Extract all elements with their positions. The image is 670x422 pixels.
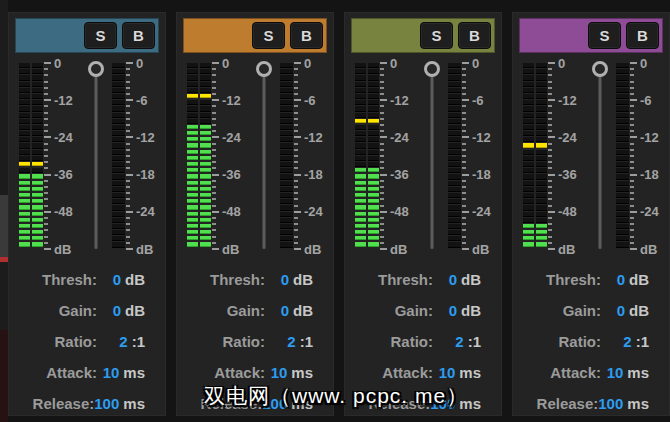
led-row <box>19 168 43 172</box>
led-unlit-cell <box>280 100 293 104</box>
minor-tick <box>630 180 634 182</box>
param-value[interactable]: 0 <box>281 302 289 319</box>
param-value[interactable]: 100 <box>598 395 623 412</box>
fader-knob[interactable] <box>256 61 272 77</box>
param-value[interactable]: 2 <box>119 333 127 350</box>
scale-label: -12 <box>136 130 155 145</box>
led-unlit-cell <box>280 131 293 135</box>
led-row <box>280 69 293 73</box>
param-value[interactable]: 10 <box>607 364 624 381</box>
led-unlit-cell <box>200 106 211 110</box>
minor-tick <box>44 81 48 83</box>
led-row <box>187 113 211 117</box>
led-unlit-cell <box>32 119 43 123</box>
led-unlit-cell <box>448 187 461 191</box>
led-lit-cell <box>368 174 379 178</box>
solo-button[interactable]: S <box>588 22 621 49</box>
minor-tick <box>548 242 552 244</box>
minor-tick <box>630 74 634 76</box>
reduction-meter-block: 0-6-12-18-24dB <box>448 63 497 251</box>
param-value[interactable]: 10 <box>439 364 456 381</box>
param-value[interactable]: 0 <box>281 271 289 288</box>
led-row <box>616 156 629 160</box>
led-unlit-cell <box>200 100 211 104</box>
param-value[interactable]: 0 <box>617 302 625 319</box>
param-value[interactable]: 0 <box>617 271 625 288</box>
fader-track[interactable] <box>262 75 265 249</box>
scale-label: dB <box>304 242 321 257</box>
minor-tick <box>380 217 384 219</box>
param-value[interactable]: 0 <box>113 271 121 288</box>
param-value[interactable]: 0 <box>113 302 121 319</box>
led-row <box>523 236 547 240</box>
reduction-meter-scale: 0-6-12-18-24dB <box>302 63 329 249</box>
bypass-button[interactable]: B <box>290 22 323 49</box>
minor-tick <box>212 68 216 70</box>
solo-button[interactable]: S <box>420 22 453 49</box>
led-row <box>355 113 379 117</box>
led-unlit-cell <box>280 75 293 79</box>
fader-knob[interactable] <box>592 61 608 77</box>
param-unit: dB <box>293 271 313 288</box>
bypass-button[interactable]: B <box>458 22 491 49</box>
led-lit-cell <box>200 137 211 141</box>
param-value[interactable]: 0 <box>449 271 457 288</box>
fader-knob[interactable] <box>424 61 440 77</box>
param-label: Gain: <box>513 302 601 319</box>
led-unlit-cell <box>355 162 366 166</box>
minor-tick <box>44 118 48 120</box>
minor-tick <box>294 130 298 132</box>
led-row <box>355 174 379 178</box>
minor-tick <box>126 105 130 107</box>
major-tick <box>44 248 51 250</box>
param-value[interactable]: 10 <box>103 364 120 381</box>
led-row <box>280 193 293 197</box>
fader-knob[interactable] <box>88 61 104 77</box>
solo-button[interactable]: S <box>84 22 117 49</box>
param-row: Release:100ms <box>9 388 165 419</box>
led-unlit-cell <box>280 212 293 216</box>
led-unlit-cell <box>368 125 379 129</box>
bypass-button[interactable]: B <box>626 22 659 49</box>
fader-track[interactable] <box>598 75 601 249</box>
led-row <box>355 82 379 86</box>
led-unlit-cell <box>280 113 293 117</box>
minor-tick <box>380 236 384 238</box>
bypass-button[interactable]: B <box>122 22 155 49</box>
param-value[interactable]: 2 <box>455 333 463 350</box>
param-value[interactable]: 10 <box>271 364 288 381</box>
major-tick <box>380 62 387 64</box>
minor-tick <box>212 118 216 120</box>
led-row <box>616 236 629 240</box>
reduction-meter-ticks <box>293 63 302 249</box>
fader-track[interactable] <box>430 75 433 249</box>
minor-tick <box>548 167 552 169</box>
led-row <box>355 156 379 160</box>
led-row <box>523 224 547 228</box>
led-unlit-cell <box>448 156 461 160</box>
input-level-meter <box>19 63 43 249</box>
led-row <box>187 143 211 147</box>
minor-tick <box>380 130 384 132</box>
led-row <box>448 150 461 154</box>
param-value[interactable]: 2 <box>623 333 631 350</box>
fader-track[interactable] <box>94 75 97 249</box>
minor-tick <box>44 229 48 231</box>
led-unlit-cell <box>19 106 30 110</box>
led-lit-cell <box>355 187 366 191</box>
minor-tick <box>380 87 384 89</box>
param-value[interactable]: 100 <box>94 395 119 412</box>
solo-button[interactable]: S <box>252 22 285 49</box>
led-row <box>523 82 547 86</box>
led-row <box>280 242 293 246</box>
led-unlit-cell <box>368 82 379 86</box>
led-unlit-cell <box>616 150 629 154</box>
led-unlit-cell <box>112 125 125 129</box>
led-row <box>19 224 43 228</box>
led-unlit-cell <box>523 212 534 216</box>
led-unlit-cell <box>112 174 125 178</box>
param-value[interactable]: 0 <box>449 302 457 319</box>
param-value[interactable]: 2 <box>287 333 295 350</box>
major-tick <box>212 62 219 64</box>
led-lit-cell <box>187 143 198 147</box>
